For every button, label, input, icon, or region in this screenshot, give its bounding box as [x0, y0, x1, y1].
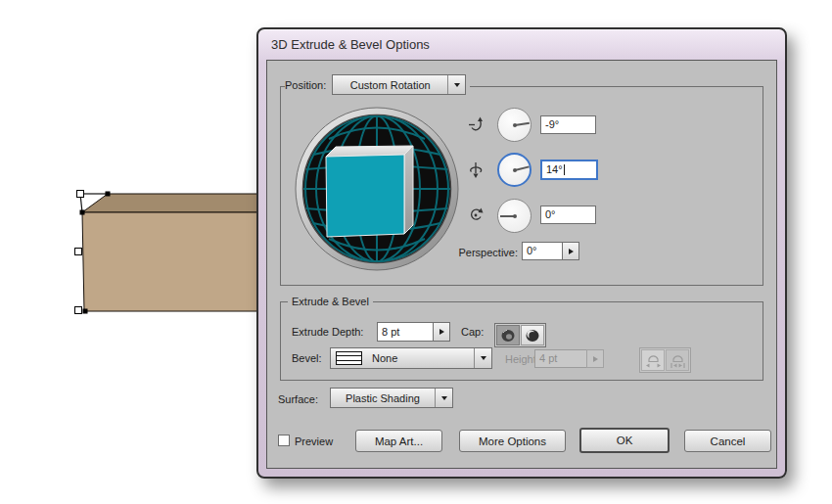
cap-label: Cap: [461, 325, 484, 339]
perspective-label: Perspective: [394, 246, 518, 259]
bevel-height-input: 4 pt [534, 349, 587, 368]
rotate-z-icon [468, 206, 484, 225]
extrude-depth-input[interactable]: 8 pt [377, 322, 434, 342]
dialog-body: Position: Custom Rotation [266, 60, 777, 469]
chevron-down-icon [475, 356, 491, 360]
extrude-depth-popup-button[interactable] [433, 322, 450, 342]
extrude-bevel-groupbox: Extrude & Bevel Extrude Depth: 8 pt Cap: [280, 301, 763, 381]
perspective-popup-button[interactable] [562, 242, 579, 260]
dialog-titlebar[interactable]: 3D Extrude & Bevel Options [258, 29, 785, 59]
arrow-right-icon [439, 329, 444, 335]
extrude-bevel-title: Extrude & Bevel [288, 295, 373, 308]
rotate-y-icon [468, 160, 484, 180]
illustrator-canvas: 3D Extrude & Bevel Options Position: Cus… [0, 0, 832, 504]
perspective-input[interactable]: 0° [522, 242, 563, 260]
position-header: Position: Custom Rotation [285, 74, 470, 95]
bevel-dropdown[interactable]: None [330, 347, 492, 369]
map-art-button[interactable]: Map Art... [355, 430, 442, 452]
bevel-extent-in-icon [669, 351, 687, 369]
selected-artwork-extruded-box[interactable] [54, 184, 271, 321]
bevel-none-swatch [336, 351, 362, 365]
bevel-extent-out-icon [644, 351, 663, 369]
surface-dropdown-value: Plastic Shading [331, 392, 435, 404]
rotate-x-input[interactable]: -9° [540, 115, 596, 134]
cancel-button[interactable]: Cancel [684, 430, 771, 452]
cap-on-icon [499, 328, 517, 344]
surface-label: Surface: [278, 392, 318, 406]
dial-rotate-x[interactable] [497, 108, 532, 142]
arrow-right-icon [593, 356, 598, 362]
3d-extrude-bevel-dialog: 3D Extrude & Bevel Options Position: Cus… [256, 27, 787, 479]
dialog-title: 3D Extrude & Bevel Options [271, 37, 430, 52]
chevron-down-icon [436, 396, 452, 400]
bevel-extent-in-button [666, 349, 689, 371]
dial-rotate-z[interactable] [497, 199, 532, 233]
preview-checkbox[interactable] [278, 435, 290, 446]
position-dropdown[interactable]: Custom Rotation [332, 74, 466, 95]
ok-button[interactable]: OK [579, 428, 670, 453]
cap-toggle-group [494, 323, 546, 347]
bevel-label: Bevel: [292, 351, 322, 365]
dial-rotate-y[interactable] [497, 153, 532, 187]
position-label: Position: [285, 78, 326, 92]
preview-label: Preview [295, 435, 333, 448]
cap-off-button[interactable] [521, 325, 544, 345]
extrude-depth-label: Extrude Depth: [292, 325, 363, 339]
bevel-height-popup-button-disabled [586, 349, 604, 368]
perspective-control: 0° [522, 242, 579, 260]
bevel-extent-out-button [641, 349, 665, 371]
position-dropdown-value: Custom Rotation [333, 79, 447, 91]
arrow-right-icon [569, 249, 574, 254]
more-options-button[interactable]: More Options [459, 430, 566, 452]
rotate-x-icon [468, 115, 484, 135]
bevel-dropdown-value: None [362, 352, 474, 364]
chevron-down-icon [448, 83, 465, 87]
text-caret [564, 164, 565, 175]
bevel-extent-group [639, 347, 691, 373]
rotate-z-input[interactable]: 0° [540, 206, 596, 224]
extrude-depth-control: 8 pt [377, 322, 450, 342]
preview-cube [326, 146, 413, 237]
cap-off-icon [524, 328, 541, 344]
bevel-height-control: 4 pt [534, 349, 604, 368]
surface-dropdown[interactable]: Plastic Shading [330, 388, 453, 408]
cap-on-button[interactable] [496, 325, 520, 345]
rotate-y-input[interactable]: 14° [540, 160, 598, 180]
